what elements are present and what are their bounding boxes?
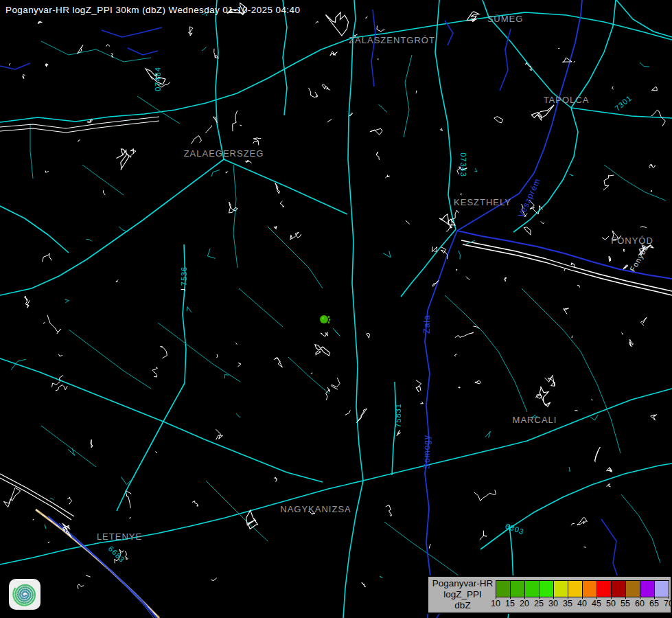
- spiral-segment: [20, 587, 22, 588]
- spiral-segment: [28, 595, 29, 597]
- radar-echo-pixel: [329, 319, 330, 321]
- road-line: [401, 229, 456, 297]
- spiral-segment: [32, 591, 33, 594]
- road-stub: [383, 251, 391, 258]
- map-mark: [458, 387, 460, 388]
- village-outline: [385, 175, 389, 179]
- spiral-segment: [16, 591, 16, 594]
- map-mark: [316, 21, 318, 23]
- road-line: [571, 0, 616, 108]
- village-outline: [609, 256, 611, 262]
- map-mark: [327, 119, 332, 122]
- spiral-segment: [25, 595, 26, 596]
- village-outline: [480, 531, 487, 540]
- river-line: [102, 27, 162, 37]
- road-stub: [569, 174, 573, 176]
- map-mark: [466, 277, 470, 279]
- spiral-segment: [20, 595, 21, 596]
- minor-road-line: [288, 357, 329, 394]
- road-line: [480, 464, 672, 549]
- legend-tick-value: 30: [548, 599, 558, 608]
- minor-road-line: [581, 352, 621, 453]
- village-outline: [91, 439, 93, 448]
- map-mark: [378, 58, 378, 60]
- town-outline: [117, 149, 130, 170]
- village-outline: [78, 584, 84, 588]
- spiral-segment: [26, 602, 29, 603]
- road-stub: [68, 448, 75, 455]
- town-outline: [467, 12, 479, 22]
- village-outline: [126, 149, 136, 158]
- spiral-segment: [27, 592, 27, 593]
- road-stub: [333, 328, 340, 336]
- spiral-segment: [18, 600, 21, 602]
- map-mark: [211, 578, 217, 581]
- road-stub: [474, 168, 477, 172]
- village-outline: [494, 117, 503, 123]
- spiral-segment: [28, 587, 30, 588]
- town-outline: [531, 105, 554, 120]
- road-line: [363, 389, 672, 481]
- map-mark: [103, 190, 105, 195]
- village-outline: [275, 358, 283, 367]
- spiral-segment: [27, 590, 29, 591]
- road-stub: [236, 413, 240, 417]
- spiral-segment: [30, 595, 31, 597]
- spiral-segment: [29, 597, 30, 599]
- map-mark: [130, 517, 130, 518]
- village-outline: [233, 111, 237, 131]
- map-mark: [43, 322, 45, 323]
- map-mark: [366, 16, 368, 19]
- legend-color-swatch: [511, 580, 525, 597]
- road-line: [216, 0, 224, 159]
- village-outline: [623, 249, 625, 252]
- legend-color-swatch: [597, 580, 612, 597]
- railway-line: [0, 117, 159, 128]
- village-outline: [475, 381, 481, 384]
- radar-echo-pixel: [328, 316, 329, 318]
- legend-tick-labels: 10152025303540455055606570: [496, 596, 669, 613]
- village-outline: [651, 415, 657, 420]
- legend-tick-value: 15: [505, 599, 515, 608]
- legend-tick-value: 50: [606, 599, 616, 608]
- legend-color-swatch: [568, 580, 583, 597]
- river-line: [500, 29, 511, 91]
- map-mark: [440, 128, 443, 131]
- village-outline: [322, 84, 330, 91]
- minor-road-line: [621, 494, 660, 563]
- spiral-segment: [13, 595, 14, 599]
- spiral-segment: [32, 597, 33, 599]
- road-stub: [459, 251, 461, 259]
- radar-legend: Poganyvar-HR logZ_PPI dbZ 10152025303540…: [427, 575, 672, 614]
- river-line: [0, 63, 30, 69]
- spiral-segment: [21, 590, 22, 591]
- legend-tick-value: 65: [649, 599, 659, 608]
- town-outline: [315, 345, 329, 356]
- village-outline: [332, 378, 340, 389]
- village-outline: [524, 227, 531, 235]
- village-outline: [275, 183, 280, 194]
- village-outline: [191, 136, 201, 144]
- map-mark: [612, 87, 614, 89]
- spiral-segment: [29, 599, 31, 602]
- map-mark: [33, 519, 34, 520]
- legend-unit-label: dbZ: [454, 600, 470, 611]
- village-outline: [603, 175, 614, 190]
- map-mark: [45, 171, 49, 173]
- village-outline: [362, 582, 365, 587]
- village-outline: [274, 227, 277, 229]
- village-outline: [594, 447, 600, 461]
- legend-tick-value: 10: [491, 599, 500, 608]
- legend-tick-value: 35: [563, 599, 572, 608]
- village-outline: [376, 152, 379, 160]
- legend-color-swatch: [554, 580, 568, 597]
- village-outline: [280, 201, 284, 207]
- road-stub: [86, 240, 91, 242]
- road-line: [0, 206, 69, 253]
- road-line: [348, 38, 363, 481]
- village-outline: [455, 333, 474, 338]
- map-mark: [592, 399, 592, 400]
- village-outline: [45, 64, 48, 67]
- map-mark: [345, 411, 351, 415]
- road-line: [283, 0, 287, 115]
